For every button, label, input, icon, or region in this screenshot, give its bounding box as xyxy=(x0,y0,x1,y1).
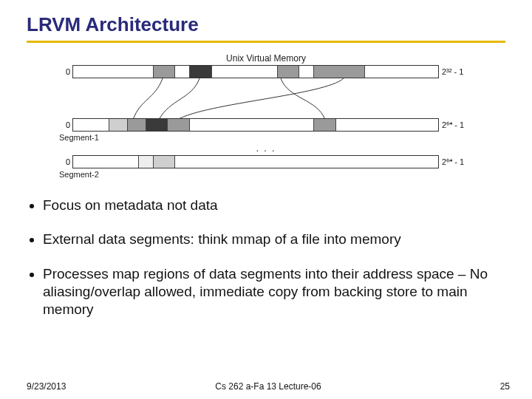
mid-right-label: 2⁶⁴ - 1 xyxy=(439,120,473,130)
bar-segment xyxy=(73,66,154,78)
bar-segment xyxy=(73,156,139,168)
bot-left-label: 0 xyxy=(59,157,72,166)
footer-center: Cs 262 a-Fa 13 Lecture-06 xyxy=(27,381,510,392)
bar-segment xyxy=(73,119,109,131)
bar-segment xyxy=(139,156,154,168)
diagram-row-bot: 0 2⁶⁴ - 1 Segment-2 xyxy=(59,155,473,179)
bar-segment xyxy=(168,119,190,131)
bar-segment xyxy=(128,119,146,131)
bar-segment xyxy=(190,66,212,78)
bullet-item: Processes map regions of data segments i… xyxy=(43,265,505,319)
footer: 9/23/2013 Cs 262 a-Fa 13 Lecture-06 25 xyxy=(27,381,510,392)
top-header: Unix Virtual Memory xyxy=(59,53,473,64)
mid-dots: . . . xyxy=(59,143,473,154)
bar-segment xyxy=(299,66,314,78)
title-underline xyxy=(27,41,505,43)
bar-segment xyxy=(212,66,278,78)
bar-segment xyxy=(278,66,300,78)
bullet-item: External data segments: think mmap of a … xyxy=(43,231,505,248)
bar-segment xyxy=(314,66,365,78)
bar-bot xyxy=(72,155,439,168)
bar-segment xyxy=(175,66,190,78)
bar-segment xyxy=(154,66,176,78)
top-right-label: 2³² - 1 xyxy=(439,67,473,76)
bar-segment xyxy=(365,66,438,78)
mid-seg-label: Segment-1 xyxy=(59,133,473,142)
bar-top xyxy=(72,65,439,78)
bar-segment xyxy=(175,156,438,168)
bot-seg-label: Segment-2 xyxy=(59,170,473,179)
page-title: LRVM Architecture xyxy=(27,13,505,36)
diagram: Unix Virtual Memory 0 2³² - 1 0 2⁶⁴ - 1 … xyxy=(59,53,473,179)
diagram-row-top: Unix Virtual Memory 0 2³² - 1 xyxy=(59,53,473,78)
bar-segment xyxy=(109,119,128,131)
top-left-label: 0 xyxy=(59,67,72,76)
mid-left-label: 0 xyxy=(59,120,72,129)
bar-segment xyxy=(314,119,336,131)
diagram-row-mid: 0 2⁶⁴ - 1 Segment-1 . . . xyxy=(59,118,473,154)
bar-segment xyxy=(154,156,176,168)
bot-right-label: 2⁶⁴ - 1 xyxy=(439,157,473,167)
bar-mid xyxy=(72,118,439,132)
slide: LRVM Architecture Unix Virtual Memory 0 … xyxy=(0,0,532,399)
bullet-item: Focus on metadata not data xyxy=(43,197,505,214)
bullets: Focus on metadata not dataExternal data … xyxy=(27,197,505,319)
connectors-top-mid xyxy=(59,77,473,121)
bar-segment xyxy=(190,119,314,131)
bar-segment xyxy=(336,119,438,131)
bar-segment xyxy=(146,119,168,131)
